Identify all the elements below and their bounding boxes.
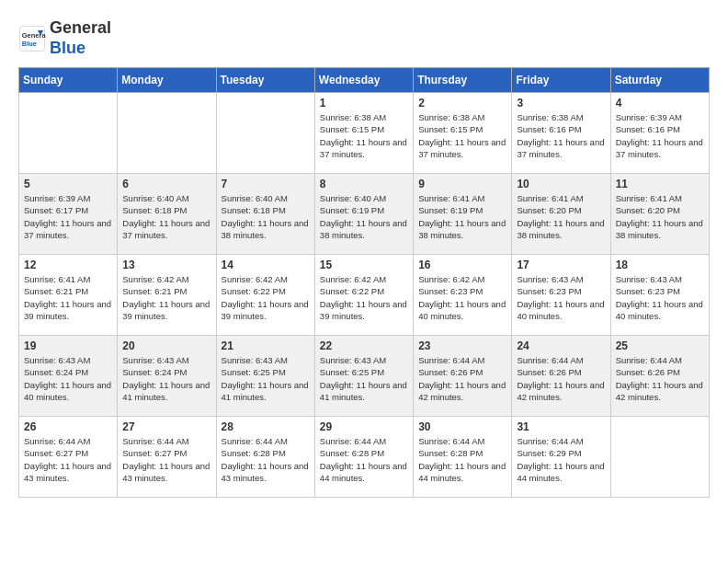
calendar-cell: 11Sunrise: 6:41 AM Sunset: 6:20 PM Dayli… xyxy=(610,174,709,255)
calendar-cell: 29Sunrise: 6:44 AM Sunset: 6:28 PM Dayli… xyxy=(314,417,413,498)
calendar-week-row: 19Sunrise: 6:43 AM Sunset: 6:24 PM Dayli… xyxy=(19,336,710,417)
calendar-cell: 7Sunrise: 6:40 AM Sunset: 6:18 PM Daylig… xyxy=(216,174,314,255)
day-number: 11 xyxy=(616,178,704,190)
calendar-week-row: 1Sunrise: 6:38 AM Sunset: 6:15 PM Daylig… xyxy=(19,93,710,174)
weekday-header-cell: Wednesday xyxy=(314,68,413,93)
calendar-cell: 20Sunrise: 6:43 AM Sunset: 6:24 PM Dayli… xyxy=(118,336,216,417)
cell-info: Sunrise: 6:44 AM Sunset: 6:28 PM Dayligh… xyxy=(222,435,310,484)
cell-info: Sunrise: 6:43 AM Sunset: 6:25 PM Dayligh… xyxy=(320,354,408,403)
cell-info: Sunrise: 6:44 AM Sunset: 6:27 PM Dayligh… xyxy=(122,435,210,484)
cell-info: Sunrise: 6:44 AM Sunset: 6:26 PM Dayligh… xyxy=(418,354,506,403)
day-number: 21 xyxy=(222,339,310,352)
calendar-cell xyxy=(118,93,216,174)
day-number: 19 xyxy=(24,339,112,352)
calendar-cell: 25Sunrise: 6:44 AM Sunset: 6:26 PM Dayli… xyxy=(610,336,709,417)
day-number: 27 xyxy=(122,420,210,433)
cell-info: Sunrise: 6:43 AM Sunset: 6:25 PM Dayligh… xyxy=(222,354,310,403)
svg-text:Blue: Blue xyxy=(22,39,37,47)
cell-info: Sunrise: 6:42 AM Sunset: 6:21 PM Dayligh… xyxy=(122,273,210,322)
day-number: 17 xyxy=(517,259,605,271)
cell-info: Sunrise: 6:38 AM Sunset: 6:15 PM Dayligh… xyxy=(320,111,408,160)
day-number: 1 xyxy=(320,97,408,109)
calendar-cell: 2Sunrise: 6:38 AM Sunset: 6:15 PM Daylig… xyxy=(414,93,512,174)
page-header: General Blue General Blue xyxy=(18,18,710,58)
cell-info: Sunrise: 6:38 AM Sunset: 6:16 PM Dayligh… xyxy=(517,111,605,160)
day-number: 3 xyxy=(517,97,605,109)
logo-general-text: General xyxy=(50,18,111,37)
calendar-cell: 15Sunrise: 6:42 AM Sunset: 6:22 PM Dayli… xyxy=(314,255,413,336)
day-number: 5 xyxy=(24,178,112,190)
calendar-cell xyxy=(216,93,314,174)
day-number: 29 xyxy=(320,420,408,433)
calendar-cell: 27Sunrise: 6:44 AM Sunset: 6:27 PM Dayli… xyxy=(118,417,216,498)
calendar-cell: 14Sunrise: 6:42 AM Sunset: 6:22 PM Dayli… xyxy=(216,255,314,336)
calendar-week-row: 5Sunrise: 6:39 AM Sunset: 6:17 PM Daylig… xyxy=(19,174,710,255)
calendar-cell: 13Sunrise: 6:42 AM Sunset: 6:21 PM Dayli… xyxy=(118,255,216,336)
calendar-cell: 26Sunrise: 6:44 AM Sunset: 6:27 PM Dayli… xyxy=(19,417,118,498)
calendar-cell: 23Sunrise: 6:44 AM Sunset: 6:26 PM Dayli… xyxy=(414,336,512,417)
day-number: 20 xyxy=(122,339,210,352)
cell-info: Sunrise: 6:40 AM Sunset: 6:18 PM Dayligh… xyxy=(222,192,310,241)
calendar-cell: 28Sunrise: 6:44 AM Sunset: 6:28 PM Dayli… xyxy=(216,417,314,498)
day-number: 10 xyxy=(517,178,605,190)
day-number: 26 xyxy=(24,420,112,433)
calendar-body: 1Sunrise: 6:38 AM Sunset: 6:15 PM Daylig… xyxy=(19,93,710,498)
weekday-header-cell: Saturday xyxy=(610,68,709,93)
cell-info: Sunrise: 6:39 AM Sunset: 6:17 PM Dayligh… xyxy=(24,192,112,241)
calendar-week-row: 12Sunrise: 6:41 AM Sunset: 6:21 PM Dayli… xyxy=(19,255,710,336)
day-number: 2 xyxy=(418,97,506,109)
day-number: 9 xyxy=(418,178,506,190)
cell-info: Sunrise: 6:41 AM Sunset: 6:20 PM Dayligh… xyxy=(517,192,605,241)
cell-info: Sunrise: 6:43 AM Sunset: 6:24 PM Dayligh… xyxy=(24,354,112,403)
day-number: 7 xyxy=(222,178,310,190)
calendar-cell: 9Sunrise: 6:41 AM Sunset: 6:19 PM Daylig… xyxy=(414,174,512,255)
weekday-header-cell: Tuesday xyxy=(216,68,314,93)
cell-info: Sunrise: 6:42 AM Sunset: 6:22 PM Dayligh… xyxy=(320,273,408,322)
day-number: 18 xyxy=(616,259,704,271)
calendar-cell: 4Sunrise: 6:39 AM Sunset: 6:16 PM Daylig… xyxy=(610,93,709,174)
day-number: 23 xyxy=(418,339,506,352)
weekday-header-cell: Thursday xyxy=(414,68,512,93)
cell-info: Sunrise: 6:44 AM Sunset: 6:28 PM Dayligh… xyxy=(418,435,506,484)
cell-info: Sunrise: 6:43 AM Sunset: 6:23 PM Dayligh… xyxy=(517,273,605,322)
cell-info: Sunrise: 6:44 AM Sunset: 6:26 PM Dayligh… xyxy=(517,354,605,403)
day-number: 25 xyxy=(616,339,704,352)
day-number: 4 xyxy=(616,97,704,109)
calendar-cell: 17Sunrise: 6:43 AM Sunset: 6:23 PM Dayli… xyxy=(512,255,610,336)
calendar-table: SundayMondayTuesdayWednesdayThursdayFrid… xyxy=(18,67,710,498)
calendar-cell: 22Sunrise: 6:43 AM Sunset: 6:25 PM Dayli… xyxy=(314,336,413,417)
cell-info: Sunrise: 6:44 AM Sunset: 6:27 PM Dayligh… xyxy=(24,435,112,484)
cell-info: Sunrise: 6:41 AM Sunset: 6:19 PM Dayligh… xyxy=(418,192,506,241)
weekday-header-cell: Sunday xyxy=(19,68,118,93)
logo: General Blue General Blue xyxy=(18,18,111,58)
day-number: 22 xyxy=(320,339,408,352)
day-number: 8 xyxy=(320,178,408,190)
cell-info: Sunrise: 6:41 AM Sunset: 6:21 PM Dayligh… xyxy=(24,273,112,322)
calendar-cell: 12Sunrise: 6:41 AM Sunset: 6:21 PM Dayli… xyxy=(19,255,118,336)
day-number: 6 xyxy=(122,178,210,190)
calendar-week-row: 26Sunrise: 6:44 AM Sunset: 6:27 PM Dayli… xyxy=(19,417,710,498)
calendar-cell: 30Sunrise: 6:44 AM Sunset: 6:28 PM Dayli… xyxy=(414,417,512,498)
logo-blue-text: Blue xyxy=(50,39,85,57)
cell-info: Sunrise: 6:43 AM Sunset: 6:23 PM Dayligh… xyxy=(616,273,704,322)
day-number: 30 xyxy=(418,420,506,433)
calendar-cell: 16Sunrise: 6:42 AM Sunset: 6:23 PM Dayli… xyxy=(414,255,512,336)
cell-info: Sunrise: 6:44 AM Sunset: 6:29 PM Dayligh… xyxy=(517,435,605,484)
calendar-cell: 6Sunrise: 6:40 AM Sunset: 6:18 PM Daylig… xyxy=(118,174,216,255)
calendar-cell: 31Sunrise: 6:44 AM Sunset: 6:29 PM Dayli… xyxy=(512,417,610,498)
cell-info: Sunrise: 6:41 AM Sunset: 6:20 PM Dayligh… xyxy=(616,192,704,241)
weekday-header-cell: Friday xyxy=(512,68,610,93)
cell-info: Sunrise: 6:39 AM Sunset: 6:16 PM Dayligh… xyxy=(616,111,704,160)
cell-info: Sunrise: 6:42 AM Sunset: 6:22 PM Dayligh… xyxy=(222,273,310,322)
calendar-cell: 18Sunrise: 6:43 AM Sunset: 6:23 PM Dayli… xyxy=(610,255,709,336)
cell-info: Sunrise: 6:43 AM Sunset: 6:24 PM Dayligh… xyxy=(122,354,210,403)
logo-icon: General Blue xyxy=(18,25,46,52)
cell-info: Sunrise: 6:44 AM Sunset: 6:26 PM Dayligh… xyxy=(616,354,704,403)
weekday-header-row: SundayMondayTuesdayWednesdayThursdayFrid… xyxy=(19,68,710,93)
calendar-cell: 24Sunrise: 6:44 AM Sunset: 6:26 PM Dayli… xyxy=(512,336,610,417)
calendar-cell: 1Sunrise: 6:38 AM Sunset: 6:15 PM Daylig… xyxy=(314,93,413,174)
cell-info: Sunrise: 6:40 AM Sunset: 6:18 PM Dayligh… xyxy=(122,192,210,241)
cell-info: Sunrise: 6:42 AM Sunset: 6:23 PM Dayligh… xyxy=(418,273,506,322)
calendar-cell xyxy=(610,417,709,498)
day-number: 24 xyxy=(517,339,605,352)
